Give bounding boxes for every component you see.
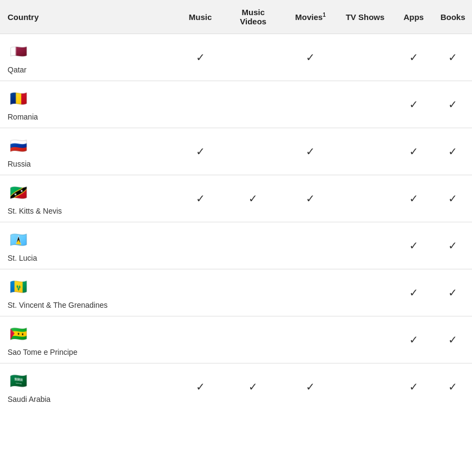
header-music: Music — [179, 0, 222, 34]
checkmark-icon: ✓ — [306, 146, 315, 157]
table-row: 🇸🇹Sao Tome e Principe✓✓ — [0, 316, 472, 363]
music-videos-cell — [222, 128, 284, 175]
checkmark-icon: ✓ — [448, 240, 457, 252]
country-cell: 🇸🇹Sao Tome e Principe — [0, 316, 179, 363]
country-cell: 🇻🇨St. Vincent & The Grenadines — [0, 269, 179, 316]
checkmark-icon: ✓ — [306, 193, 315, 204]
header-books: Books — [434, 0, 472, 34]
movies-cell — [284, 81, 337, 128]
tv-shows-cell — [337, 34, 394, 81]
checkmark-icon: ✓ — [196, 51, 205, 63]
country-flag: 🇷🇴 — [8, 88, 29, 109]
music-videos-cell — [222, 222, 284, 269]
table-row: 🇷🇺Russia✓✓✓✓ — [0, 128, 472, 175]
checkmark-icon: ✓ — [306, 51, 315, 63]
checkmark-icon: ✓ — [306, 381, 315, 393]
apps-cell: ✓ — [394, 363, 434, 411]
table-row: 🇶🇦Qatar✓✓✓✓ — [0, 34, 472, 81]
country-name: Sao Tome e Principe — [8, 348, 77, 356]
checkmark-icon: ✓ — [448, 51, 457, 63]
books-cell: ✓ — [434, 175, 472, 222]
music-cell: ✓ — [179, 363, 222, 411]
country-cell: 🇰🇳St. Kitts & Nevis — [0, 175, 179, 222]
checkmark-icon: ✓ — [409, 98, 418, 110]
checkmark-icon: ✓ — [409, 334, 418, 346]
movies-cell — [284, 316, 337, 363]
country-flag: 🇸🇹 — [8, 323, 29, 345]
music-cell — [179, 81, 222, 128]
checkmark-icon: ✓ — [409, 51, 418, 63]
checkmark-icon: ✓ — [409, 381, 418, 393]
apps-cell: ✓ — [394, 34, 434, 81]
music-cell: ✓ — [179, 34, 222, 81]
tv-shows-cell — [337, 363, 394, 411]
header-movies: Movies1 — [284, 0, 337, 34]
checkmark-icon: ✓ — [409, 240, 418, 252]
books-cell: ✓ — [434, 128, 472, 175]
country-name: St. Kitts & Nevis — [8, 207, 62, 215]
country-cell: 🇱🇨St. Lucia — [0, 222, 179, 269]
header-tv-shows: TV Shows — [337, 0, 394, 34]
checkmark-icon: ✓ — [248, 381, 258, 393]
books-cell: ✓ — [434, 34, 472, 81]
checkmark-icon: ✓ — [409, 146, 418, 157]
country-flag: 🇶🇦 — [8, 41, 29, 62]
music-cell — [179, 222, 222, 269]
header-row: Country Music Music Videos Movies1 TV Sh… — [0, 0, 472, 34]
music-cell — [179, 269, 222, 316]
checkmark-icon: ✓ — [248, 193, 258, 204]
country-cell: 🇶🇦Qatar — [0, 34, 179, 81]
tv-shows-cell — [337, 269, 394, 316]
checkmark-icon: ✓ — [448, 334, 457, 346]
country-flag: 🇰🇳 — [8, 182, 29, 203]
tv-shows-cell — [337, 81, 394, 128]
checkmark-icon: ✓ — [448, 287, 457, 299]
checkmark-icon: ✓ — [196, 146, 205, 157]
country-flag: 🇷🇺 — [8, 135, 29, 156]
country-name: Qatar — [8, 65, 27, 74]
checkmark-icon: ✓ — [448, 98, 457, 110]
movies-cell: ✓ — [284, 363, 337, 411]
movies-cell: ✓ — [284, 175, 337, 222]
header-country: Country — [0, 0, 179, 34]
table-row: 🇸🇦Saudi Arabia✓✓✓✓✓ — [0, 363, 472, 411]
music-videos-cell: ✓ — [222, 363, 284, 411]
table-row: 🇻🇨St. Vincent & The Grenadines✓✓ — [0, 269, 472, 316]
checkmark-icon: ✓ — [448, 146, 457, 157]
country-name: St. Vincent & The Grenadines — [8, 301, 108, 309]
country-cell: 🇸🇦Saudi Arabia — [0, 363, 179, 411]
music-videos-cell — [222, 34, 284, 81]
tv-shows-cell — [337, 175, 394, 222]
movies-cell: ✓ — [284, 34, 337, 81]
tv-shows-cell — [337, 316, 394, 363]
music-videos-cell — [222, 81, 284, 128]
apps-cell: ✓ — [394, 222, 434, 269]
tv-shows-cell — [337, 222, 394, 269]
music-cell: ✓ — [179, 175, 222, 222]
checkmark-icon: ✓ — [409, 287, 418, 299]
music-videos-cell: ✓ — [222, 175, 284, 222]
music-cell — [179, 316, 222, 363]
table-row: 🇱🇨St. Lucia✓✓ — [0, 222, 472, 269]
table-row: 🇰🇳St. Kitts & Nevis✓✓✓✓✓ — [0, 175, 472, 222]
country-flag: 🇱🇨 — [8, 229, 29, 250]
books-cell: ✓ — [434, 81, 472, 128]
music-videos-cell — [222, 269, 284, 316]
header-apps: Apps — [394, 0, 434, 34]
country-flag: 🇻🇨 — [8, 276, 29, 298]
apps-cell: ✓ — [394, 316, 434, 363]
apps-cell: ✓ — [394, 128, 434, 175]
books-cell: ✓ — [434, 269, 472, 316]
header-music-videos: Music Videos — [222, 0, 284, 34]
country-cell: 🇷🇴Romania — [0, 81, 179, 128]
country-name: Saudi Arabia — [8, 395, 50, 404]
checkmark-icon: ✓ — [196, 381, 205, 393]
checkmark-icon: ✓ — [409, 193, 418, 204]
books-cell: ✓ — [434, 222, 472, 269]
books-cell: ✓ — [434, 363, 472, 411]
movies-cell: ✓ — [284, 128, 337, 175]
movies-cell — [284, 222, 337, 269]
music-videos-cell — [222, 316, 284, 363]
country-name: Romania — [8, 113, 38, 121]
music-cell: ✓ — [179, 128, 222, 175]
